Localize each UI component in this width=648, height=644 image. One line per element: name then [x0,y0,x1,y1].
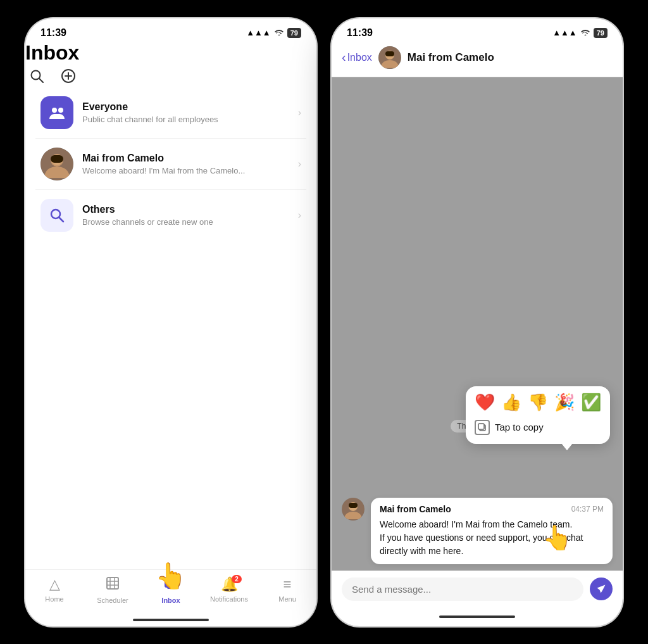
svg-point-6 [58,108,63,113]
sender-avatar [342,498,364,521]
menu-icon: ≡ [284,576,292,593]
search-button[interactable] [25,65,48,87]
phone-2-chat: 11:39 ▲▲▲ 79 ‹ Inbox [332,18,623,626]
inbox-list: Everyone Public chat channel for all emp… [25,87,316,241]
back-label: Inbox [347,52,372,63]
inbox-item-everyone[interactable]: Everyone Public chat channel for all emp… [35,87,306,139]
nav-home[interactable]: △ Home [25,576,84,603]
time-2: 11:39 [347,27,373,39]
status-bar-1: 11:39 ▲▲▲ 79 [25,18,316,41]
mai-subtitle: Welcome aboard! I'm Mai from the Camelo.… [82,166,289,175]
others-text: Others Browse channels or create new one [82,204,289,227]
input-bar [332,571,623,607]
scheduler-label: Scheduler [97,597,128,604]
home-icon: △ [49,576,60,593]
chevron-icon-3: › [298,210,301,221]
message-header: Mai from Camelo 04:37 PM [380,504,604,514]
cursor-hand: 👆 [155,561,187,591]
wifi-icon [274,28,284,37]
svg-rect-10 [51,155,63,163]
everyone-text: Everyone Public chat channel for all emp… [82,101,289,124]
chevron-icon: › [298,107,301,118]
signal-icon-2: ▲▲▲ [552,28,577,37]
inbox-item-others[interactable]: Others Browse channels or create new one… [35,190,306,241]
header-actions [25,65,316,87]
home-label: Home [45,595,63,603]
nav-notifications[interactable]: 2 🔔 Notifications [200,576,258,603]
svg-line-1 [39,79,43,82]
back-button[interactable]: ‹ Inbox [342,50,372,65]
time-1: 11:39 [40,27,66,39]
menu-label: Menu [278,595,296,603]
copy-icon [475,420,490,435]
chat-messages-area: Thu, 12 Jan ❤️ 👍 👎 🎉 ✅ [332,77,623,571]
others-subtitle: Browse channels or create new one [82,217,289,227]
signal-icon: ▲▲▲ [246,28,271,37]
everyone-name: Everyone [82,101,289,113]
wifi-icon-2 [580,28,590,37]
everyone-subtitle: Public chat channel for all employees [82,115,289,124]
status-icons-2: ▲▲▲ 79 [552,28,608,38]
back-chevron-icon: ‹ [342,50,346,65]
svg-rect-27 [349,503,358,508]
phone-1-inbox: 11:39 ▲▲▲ 79 Inbox [25,18,316,626]
svg-line-12 [59,217,64,222]
inbox-title: Inbox [25,41,316,65]
home-indicator-2 [332,607,623,626]
message-bubble: Mai from Camelo 04:37 PM Welcome aboard!… [371,498,613,564]
others-name: Others [82,204,289,215]
svg-rect-13 [107,578,118,589]
reaction-party[interactable]: 🎉 [554,393,575,412]
add-button[interactable] [57,65,80,87]
tap-to-copy[interactable]: Tap to copy [475,417,601,438]
reaction-popup[interactable]: ❤️ 👍 👎 🎉 ✅ Tap to copy [466,386,610,444]
svg-point-5 [52,108,57,113]
inbox-header: Inbox [25,41,316,87]
reaction-heart[interactable]: ❤️ [475,393,495,412]
notifications-label: Notifications [210,595,248,603]
notification-badge: 2 [232,575,242,583]
nav-menu[interactable]: ≡ Menu [258,576,316,603]
tap-to-copy-label: Tap to copy [495,422,544,432]
nav-scheduler[interactable]: Scheduler [84,576,142,604]
contact-avatar [378,46,401,69]
reaction-check[interactable]: ✅ [581,393,601,412]
svg-rect-22 [385,51,394,56]
battery-2: 79 [594,28,608,38]
group-avatar [40,96,73,129]
emoji-reactions: ❤️ 👍 👎 🎉 ✅ [475,393,601,412]
cursor-hand-2: 👆 [542,524,572,552]
home-bar-2 [439,616,515,618]
chat-header: ‹ Inbox Mai from Camelo [332,41,623,77]
mai-name: Mai from Camelo [82,153,289,164]
inbox-nav-label: Inbox [161,597,180,604]
reaction-thumbsup[interactable]: 👍 [501,393,521,412]
chat-screen: 11:39 ▲▲▲ 79 ‹ Inbox [332,18,623,626]
status-icons-1: ▲▲▲ 79 [246,28,301,38]
popup-triangle [562,444,572,450]
reaction-thumbsdown[interactable]: 👎 [528,393,548,412]
mai-text: Mai from Camelo Welcome aboard! I'm Mai … [82,153,289,175]
message-time: 04:37 PM [571,505,604,514]
chat-contact-name: Mai from Camelo [408,51,494,64]
svg-rect-24 [478,424,484,429]
send-button[interactable] [590,578,613,600]
battery-1: 79 [287,28,301,38]
status-bar-2: 11:39 ▲▲▲ 79 [332,18,623,41]
chevron-icon-2: › [298,158,301,170]
inbox-item-mai[interactable]: Mai from Camelo Welcome aboard! I'm Mai … [35,139,306,190]
home-indicator [133,619,209,621]
message-input[interactable] [342,578,583,601]
scheduler-icon [106,576,120,594]
mai-avatar [40,148,73,180]
message-sender: Mai from Camelo [380,504,451,514]
search-avatar [40,199,73,232]
